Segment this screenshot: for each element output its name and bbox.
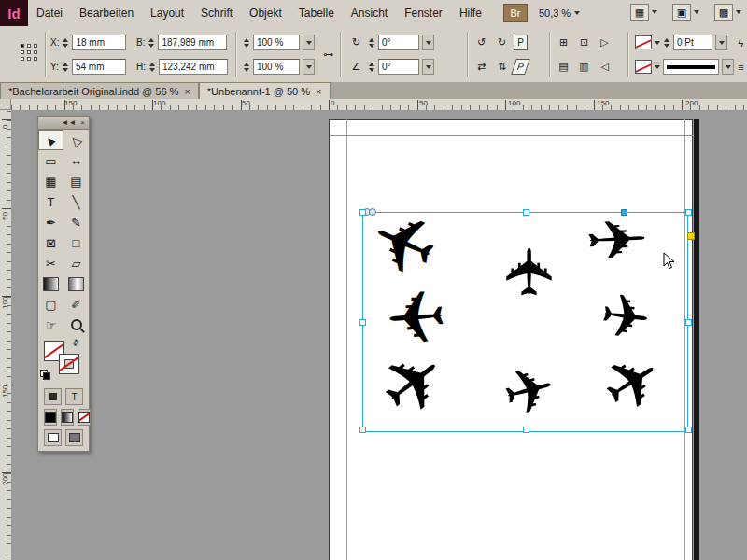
control-panel-menu-button[interactable]: ≡ — [732, 59, 747, 76]
menu-tabelle[interactable]: Tabelle — [290, 0, 343, 26]
stroke-color-swatch-none[interactable] — [635, 35, 652, 49]
apply-color-button[interactable] — [44, 409, 57, 426]
arrange-back-button[interactable]: ▥ — [575, 59, 593, 76]
free-transform-tool[interactable]: ▱ — [63, 253, 89, 273]
bridge-button[interactable]: Br — [503, 4, 528, 22]
chevron-down-icon[interactable] — [655, 65, 660, 69]
menu-fenster[interactable]: Fenster — [396, 0, 451, 26]
frame-handle-bottom-center[interactable] — [523, 427, 529, 433]
live-corner-handle[interactable] — [687, 232, 695, 240]
reference-point-proxy[interactable] — [21, 44, 41, 64]
rectangle-frame-tool[interactable]: ⊠ — [38, 232, 63, 253]
scale-x-stepper[interactable] — [243, 38, 250, 48]
close-icon[interactable]: × — [80, 119, 85, 127]
constrain-proportions-link-icon[interactable]: ⊶ — [319, 47, 337, 63]
menu-datei[interactable]: Datei — [28, 0, 71, 26]
stroke-style-dropdown[interactable] — [663, 59, 719, 75]
screen-mode-combo[interactable]: ▣ — [672, 4, 699, 21]
shear-dropdown[interactable] — [422, 59, 434, 75]
type-tool[interactable]: T — [38, 191, 63, 212]
scale-x-dropdown[interactable] — [303, 35, 315, 50]
stroke-weight-stepper[interactable] — [663, 38, 670, 48]
close-icon[interactable]: × — [184, 86, 190, 97]
rotation-angle-field[interactable]: 0° — [378, 35, 419, 50]
apply-none-button[interactable] — [78, 409, 91, 426]
preview-mode-button[interactable] — [65, 429, 83, 446]
x-position-field[interactable]: 18 mm — [72, 35, 126, 50]
swap-fill-stroke-icon[interactable]: ⇄ — [70, 337, 81, 348]
frame-handle-top-left[interactable] — [359, 209, 366, 216]
tools-panel-titlebar[interactable]: ◄◄ × — [38, 117, 89, 130]
flip-horizontal-button[interactable]: ⇄ — [472, 59, 490, 76]
rotation-dropdown[interactable] — [422, 35, 434, 50]
scale-x-field[interactable]: 100 % — [253, 35, 300, 50]
select-previous-object-button[interactable]: ◁ — [596, 59, 613, 76]
rotate-ccw-button[interactable]: ↺ — [472, 35, 490, 51]
formatting-affects-text-button[interactable]: T — [65, 388, 83, 405]
collapse-panel-icon[interactable]: ◄◄ — [61, 119, 76, 127]
selection-tool[interactable]: ◄ — [38, 130, 63, 150]
frame-handle-top-center[interactable] — [523, 209, 529, 216]
rotate-cw-button[interactable]: ↻ — [493, 35, 511, 51]
fill-color-swatch-none[interactable] — [635, 60, 652, 74]
chevron-down-icon[interactable] — [655, 41, 660, 45]
eyedropper-tool[interactable]: ✐ — [63, 294, 89, 315]
scale-y-field[interactable]: 100 % — [253, 59, 300, 75]
close-icon[interactable]: × — [316, 86, 321, 97]
arrange-front-button[interactable]: ▤ — [555, 59, 572, 76]
stroke-swatch-none[interactable] — [59, 354, 79, 374]
flip-vertical-button[interactable]: ⇅ — [493, 59, 511, 76]
gap-tool[interactable]: ↔ — [63, 150, 89, 171]
apply-gradient-button[interactable] — [61, 409, 74, 426]
menu-hilfe[interactable]: Hilfe — [451, 0, 490, 26]
y-stepper[interactable] — [62, 63, 69, 72]
height-field[interactable]: 123,242 mm — [159, 59, 228, 75]
content-collector-tool[interactable]: ▦ — [38, 171, 63, 191]
shear-stepper[interactable] — [368, 63, 375, 72]
rotation-stepper[interactable] — [368, 38, 375, 48]
select-content-button[interactable]: ⊡ — [575, 35, 593, 51]
y-position-field[interactable]: 54 mm — [72, 59, 126, 75]
quick-apply-button[interactable]: ϟ — [732, 35, 747, 51]
scale-y-stepper[interactable] — [243, 63, 250, 72]
frame-handle-mid-right[interactable] — [685, 319, 692, 326]
menu-ansicht[interactable]: Ansicht — [343, 0, 396, 26]
zoom-level-combo[interactable]: 50,3 % — [539, 7, 580, 19]
frame-handle-bottom-left[interactable] — [359, 427, 366, 433]
menu-layout[interactable]: Layout — [142, 0, 192, 26]
tab-unbenannt-1[interactable]: *Unbenannt-1 @ 50 % × — [199, 82, 331, 99]
default-fill-stroke-icon[interactable] — [40, 370, 49, 379]
scissors-tool[interactable]: ✂ — [38, 253, 63, 273]
width-stepper[interactable] — [148, 38, 155, 48]
content-placer-tool[interactable]: ▤ — [63, 171, 89, 191]
stroke-weight-field[interactable]: 0 Pt — [673, 35, 712, 50]
menu-objekt[interactable]: Objekt — [241, 0, 290, 26]
pen-tool[interactable]: ✒ — [38, 212, 63, 232]
menu-bearbeiten[interactable]: Bearbeiten — [71, 0, 142, 26]
height-stepper[interactable] — [148, 63, 156, 72]
rectangle-tool[interactable]: □ — [63, 232, 89, 253]
frame-handle-bottom-right[interactable] — [685, 427, 692, 433]
tab-bachelorarbeit[interactable]: *Bachelorarbeit Original.indd @ 56 % × — [0, 82, 199, 99]
selected-image-frame[interactable]: ✈ ✈ ✈ ✈ ✈ ✈ ✈ ✈ — [362, 212, 688, 432]
view-options-combo[interactable]: ▦ — [630, 4, 657, 21]
frame-handle-top-right[interactable] — [685, 209, 692, 216]
pencil-tool[interactable]: ✎ — [63, 212, 89, 232]
frame-handle-mid-left[interactable] — [359, 319, 366, 326]
gradient-swatch-tool[interactable] — [38, 273, 63, 294]
note-tool[interactable]: ▢ — [38, 294, 63, 315]
document-canvas[interactable]: ✈ ✈ ✈ ✈ ✈ ✈ ✈ ✈ — [11, 110, 747, 560]
page-tool[interactable]: ▭ — [38, 150, 63, 171]
gradient-feather-tool[interactable] — [63, 273, 89, 294]
zoom-tool[interactable] — [63, 315, 89, 335]
frame-handle-top-active[interactable] — [621, 209, 627, 216]
normal-view-button[interactable] — [44, 429, 62, 446]
shear-angle-field[interactable]: 0° — [378, 59, 419, 75]
select-next-object-button[interactable]: ▷ — [596, 35, 613, 51]
x-stepper[interactable] — [62, 38, 69, 48]
chevron-down-icon[interactable] — [574, 11, 580, 15]
line-tool[interactable]: ╲ — [63, 191, 89, 212]
workspace-switcher[interactable]: ▩ — [714, 4, 741, 21]
formatting-affects-container-button[interactable] — [44, 388, 62, 405]
scale-y-dropdown[interactable] — [303, 59, 315, 75]
